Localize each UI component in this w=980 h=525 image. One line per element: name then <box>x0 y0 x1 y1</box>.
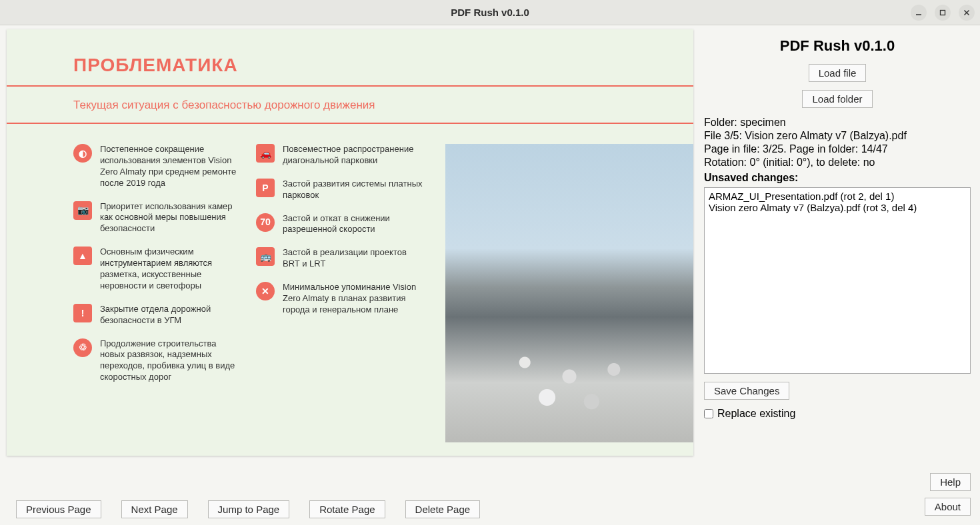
slide-item: Основным физическим инструментарием явля… <box>100 247 240 292</box>
changes-list[interactable]: ARMAZ_UI_Presentation.pdf (rot 2, del 1)… <box>704 187 971 374</box>
replace-existing-label: Replace existing <box>717 408 795 420</box>
save-changes-button[interactable]: Save Changes <box>704 382 789 400</box>
slide-left-column: ◐Постепенное сокращение использования эл… <box>73 144 240 442</box>
slide-item: Минимальное упоминание Vision Zero Almat… <box>283 282 423 316</box>
unsaved-label: Unsaved changes: <box>704 172 971 184</box>
speed-icon: 70 <box>256 213 275 232</box>
change-entry: Vision zero Almaty v7 (Balzya).pdf (rot … <box>709 202 966 213</box>
warning-icon: ▲ <box>73 247 92 265</box>
slide-item: Застой развития системы платных парковок <box>283 179 423 201</box>
change-entry: ARMAZ_UI_Presentation.pdf (rot 2, del 1) <box>709 191 966 202</box>
page-preview: ПРОБЛЕМАТИКА Текущая ситуация с безопасн… <box>7 29 693 456</box>
camera-icon: 📷 <box>73 201 92 220</box>
delete-page-button[interactable]: Delete Page <box>405 500 481 518</box>
load-folder-button[interactable]: Load folder <box>802 90 872 108</box>
cancel-icon: ✕ <box>256 282 275 300</box>
car-icon: 🚗 <box>256 144 275 163</box>
sidebar: PDF Rush v0.1.0 Load file Load folder Fo… <box>700 25 980 525</box>
slide-photo <box>445 144 693 442</box>
page-toolbar: Previous Page Next Page Jump to Page Rot… <box>7 491 693 524</box>
slide-right-column: 🚗Повсеместное распространение диагональн… <box>256 144 423 442</box>
slide-heading: ПРОБЛЕМАТИКА <box>7 29 693 81</box>
recycle-icon: ♲ <box>73 338 92 357</box>
next-page-button[interactable]: Next Page <box>121 500 188 518</box>
window-controls <box>911 5 975 21</box>
slide-item: Постепенное сокращение использования эле… <box>100 144 240 189</box>
help-button[interactable]: Help <box>930 473 971 491</box>
folder-info: Folder: specimen <box>704 117 971 129</box>
warning-icon: ! <box>73 304 92 322</box>
bullet-icon: ◐ <box>73 144 92 163</box>
window-title: PDF Rush v0.1.0 <box>451 7 529 18</box>
about-button[interactable]: About <box>925 498 971 516</box>
slide-item: Приоритет использования камер как основн… <box>100 201 240 235</box>
slide-item: Застой в реализации проектов BRT и LRT <box>283 247 423 270</box>
slide-subheading: Текущая ситуация с безопасностью дорожно… <box>7 95 693 119</box>
maximize-button[interactable] <box>935 5 951 21</box>
parking-icon: P <box>256 179 275 197</box>
slide-divider <box>7 85 693 87</box>
file-info: File 3/5: Vision zero Almaty v7 (Balzya)… <box>704 130 971 142</box>
replace-existing-row[interactable]: Replace existing <box>704 408 971 420</box>
preview-column: ПРОБЛЕМАТИКА Текущая ситуация с безопасн… <box>0 25 700 525</box>
titlebar: PDF Rush v0.1.0 <box>0 0 980 25</box>
minimize-button[interactable] <box>911 5 927 21</box>
slide-divider <box>7 123 693 124</box>
replace-existing-checkbox[interactable] <box>704 409 713 418</box>
slide-item: Закрытие отдела дорожной безопасности в … <box>100 304 240 326</box>
slide-item: Повсеместное распространение диагонально… <box>283 144 423 167</box>
rotation-info: Rotation: 0° (initial: 0°), to delete: n… <box>704 157 971 169</box>
sidebar-title: PDF Rush v0.1.0 <box>704 37 971 55</box>
jump-to-page-button[interactable]: Jump to Page <box>208 500 290 518</box>
previous-page-button[interactable]: Previous Page <box>16 500 101 518</box>
slide-item: Продолжение строительства новых развязок… <box>100 338 240 384</box>
bus-icon: 🚌 <box>256 247 275 266</box>
load-file-button[interactable]: Load file <box>809 64 867 82</box>
slide-item: Застой и откат в снижении разрешенной ск… <box>283 213 423 236</box>
page-info: Page in file: 3/25. Page in folder: 14/4… <box>704 143 971 155</box>
svg-rect-1 <box>941 10 945 15</box>
close-button[interactable] <box>959 5 975 21</box>
rotate-page-button[interactable]: Rotate Page <box>309 500 385 518</box>
